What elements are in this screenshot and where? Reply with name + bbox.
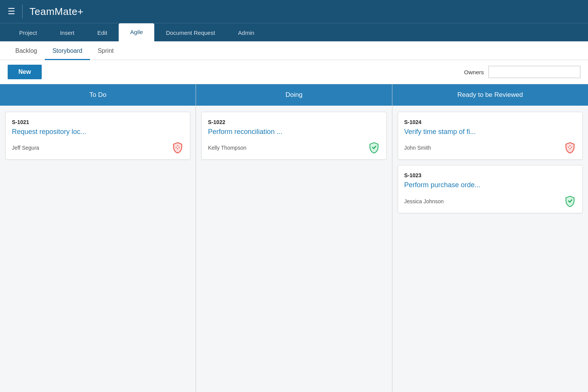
- card-s1021-footer: Jeff Segura: [12, 142, 184, 154]
- nav-bar: Project Insert Edit Agile Document Reque…: [0, 23, 588, 41]
- owners-label: Owners: [464, 69, 484, 75]
- tab-storyboard[interactable]: Storyboard: [45, 41, 90, 60]
- nav-item-insert[interactable]: Insert: [49, 24, 86, 41]
- nav-item-admin[interactable]: Admin: [227, 24, 266, 41]
- toolbar: New Owners: [0, 60, 588, 84]
- shield-green-icon-2: [564, 195, 576, 207]
- new-button[interactable]: New: [8, 65, 42, 79]
- card-s1023-id: S-1023: [404, 172, 576, 178]
- card-s1024[interactable]: S-1024 Verify time stamp of fi... John S…: [398, 112, 583, 160]
- shield-red-icon-2: [564, 142, 576, 154]
- hamburger-icon[interactable]: ☰: [8, 7, 15, 16]
- nav-item-edit[interactable]: Edit: [86, 24, 119, 41]
- card-s1024-title: Verify time stamp of fi...: [404, 127, 576, 136]
- column-doing-header: Doing: [196, 84, 392, 106]
- column-ready-review-header: Ready to be Reviewed: [392, 84, 588, 106]
- card-s1022-id: S-1022: [208, 119, 380, 125]
- kanban-board: To Do S-1021 Request repository loc... J…: [0, 84, 588, 392]
- card-s1021[interactable]: S-1021 Request repository loc... Jeff Se…: [5, 112, 190, 160]
- card-s1024-footer: John Smith: [404, 142, 576, 154]
- card-s1021-title: Request repository loc...: [12, 127, 184, 136]
- card-s1023[interactable]: S-1023 Perform purchase orde... Jessica …: [398, 165, 583, 213]
- card-s1021-owner: Jeff Segura: [12, 145, 39, 151]
- card-s1021-id: S-1021: [12, 119, 184, 125]
- column-todo: To Do S-1021 Request repository loc... J…: [0, 84, 196, 392]
- shield-green-icon: [368, 142, 380, 154]
- nav-item-agile[interactable]: Agile: [119, 23, 154, 41]
- header-divider: [22, 5, 23, 18]
- shield-red-icon: [172, 142, 184, 154]
- column-todo-body: S-1021 Request repository loc... Jeff Se…: [0, 106, 196, 392]
- tab-backlog[interactable]: Backlog: [8, 41, 45, 60]
- card-s1022-title: Perform reconciliation ...: [208, 127, 380, 136]
- tab-sprint[interactable]: Sprint: [90, 41, 121, 60]
- card-s1022-owner: Kelly Thompson: [208, 145, 246, 151]
- column-todo-header: To Do: [0, 84, 196, 106]
- nav-item-project[interactable]: Project: [8, 24, 49, 41]
- app-title: TeamMate+: [29, 6, 83, 18]
- column-doing: Doing S-1022 Perform reconciliation ... …: [196, 84, 392, 392]
- card-s1024-owner: John Smith: [404, 145, 431, 151]
- column-ready-review-body: S-1024 Verify time stamp of fi... John S…: [392, 106, 588, 392]
- owners-section: Owners: [464, 66, 580, 78]
- card-s1022-footer: Kelly Thompson: [208, 142, 380, 154]
- sub-tabs: Backlog Storyboard Sprint: [0, 41, 588, 60]
- card-s1023-title: Perform purchase orde...: [404, 181, 576, 189]
- owners-input[interactable]: [488, 66, 580, 78]
- nav-item-document-request[interactable]: Document Request: [154, 24, 226, 41]
- card-s1023-footer: Jessica Johnson: [404, 195, 576, 207]
- column-doing-body: S-1022 Perform reconciliation ... Kelly …: [196, 106, 392, 392]
- top-bar: ☰ TeamMate+: [0, 0, 588, 23]
- card-s1022[interactable]: S-1022 Perform reconciliation ... Kelly …: [201, 112, 386, 160]
- column-ready-review: Ready to be Reviewed S-1024 Verify time …: [392, 84, 588, 392]
- card-s1023-owner: Jessica Johnson: [404, 198, 444, 204]
- card-s1024-id: S-1024: [404, 119, 576, 125]
